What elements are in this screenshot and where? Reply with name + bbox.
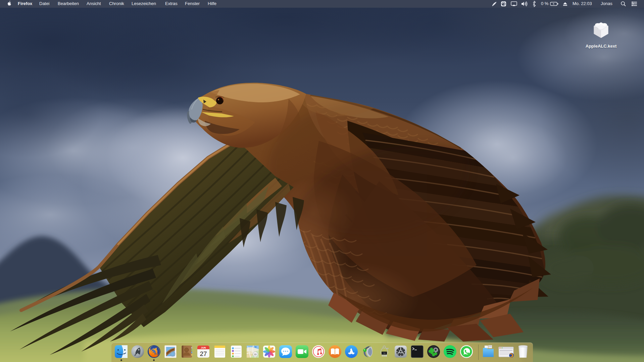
svg-text:3D: 3D xyxy=(254,353,257,356)
svg-text:TSR: TSR xyxy=(383,353,386,354)
svg-text:27: 27 xyxy=(200,350,207,357)
svg-text:JUN: JUN xyxy=(201,346,206,349)
